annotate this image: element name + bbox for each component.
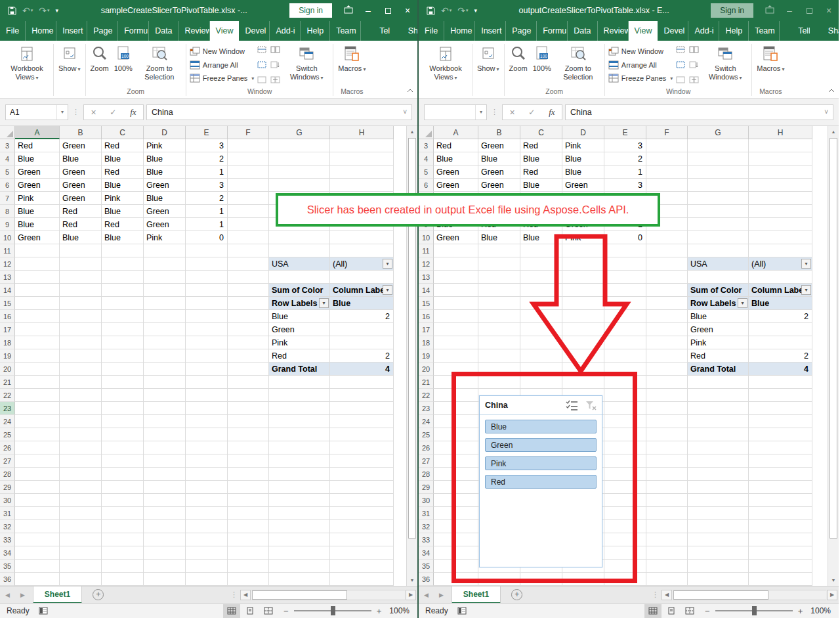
cell-E36[interactable] xyxy=(604,573,646,586)
tab-review[interactable]: Review xyxy=(179,21,210,41)
cell-E10[interactable]: 0 xyxy=(604,231,646,244)
slicer-item-pink[interactable]: Pink xyxy=(485,456,597,470)
row-header-36[interactable]: 36 xyxy=(0,573,15,586)
cell-H23[interactable] xyxy=(330,402,394,415)
cell-D29[interactable] xyxy=(144,481,186,494)
cell-B6[interactable]: Green xyxy=(60,179,102,192)
cell-B24[interactable] xyxy=(60,415,102,428)
cell-A23[interactable] xyxy=(434,402,478,415)
cell-A33[interactable] xyxy=(15,533,60,546)
cell-F18[interactable] xyxy=(646,336,688,349)
cell-E23[interactable] xyxy=(604,402,646,415)
horizontal-scrollbar[interactable]: ◀▶ xyxy=(662,586,837,603)
cell-G25[interactable] xyxy=(688,428,749,441)
cell-H20[interactable]: 4 xyxy=(749,363,812,376)
row-header-14[interactable]: 14 xyxy=(0,284,15,297)
cell-H8[interactable] xyxy=(749,205,812,218)
cell-A35[interactable] xyxy=(434,560,478,573)
cell-C18[interactable] xyxy=(520,336,562,349)
row-header-29[interactable]: 29 xyxy=(419,481,434,494)
enter-icon[interactable]: ✓ xyxy=(528,108,535,117)
zoom-percent[interactable]: 100% xyxy=(810,606,831,615)
row-header-16[interactable]: 16 xyxy=(0,310,15,323)
row-header-28[interactable]: 28 xyxy=(0,468,15,481)
horizontal-scrollbar[interactable]: ◀▶ xyxy=(240,586,416,603)
row-header-6[interactable]: 6 xyxy=(419,179,434,192)
col-header-A[interactable]: A xyxy=(434,126,478,139)
tab-file[interactable]: File xyxy=(0,21,26,41)
zoom-100-button[interactable]: 100 100% xyxy=(530,43,554,87)
cell-G7[interactable] xyxy=(688,192,749,205)
row-header-29[interactable]: 29 xyxy=(0,481,15,494)
cell-H33[interactable] xyxy=(330,533,394,546)
cell-C21[interactable] xyxy=(520,376,562,389)
cell-H29[interactable] xyxy=(749,481,812,494)
cell-F12[interactable] xyxy=(646,257,688,271)
zoom-slider[interactable] xyxy=(715,610,793,611)
cell-H21[interactable] xyxy=(749,376,812,389)
cell-B20[interactable] xyxy=(478,363,520,376)
cell-G28[interactable] xyxy=(269,468,330,481)
cell-B19[interactable] xyxy=(478,349,520,363)
cell-H9[interactable] xyxy=(749,218,812,231)
cell-E19[interactable] xyxy=(186,349,228,363)
cell-G5[interactable] xyxy=(269,166,330,179)
cell-D14[interactable] xyxy=(562,284,604,297)
close-icon[interactable]: × xyxy=(398,0,417,21)
cell-H34[interactable] xyxy=(330,546,394,560)
zoom-slider-thumb[interactable] xyxy=(331,606,335,615)
col-header-E[interactable]: E xyxy=(604,126,646,139)
cell-H30[interactable] xyxy=(330,494,394,507)
cell-B14[interactable] xyxy=(60,284,102,297)
slicer-item-red[interactable]: Red xyxy=(485,475,597,489)
cell-G21[interactable] xyxy=(688,376,749,389)
row-header-33[interactable]: 33 xyxy=(419,533,434,546)
cell-D35[interactable] xyxy=(144,560,186,573)
cell-C33[interactable] xyxy=(102,533,144,546)
cell-C21[interactable] xyxy=(102,376,144,389)
row-header-22[interactable]: 22 xyxy=(419,389,434,402)
cell-D25[interactable] xyxy=(144,428,186,441)
cell-D17[interactable] xyxy=(562,323,604,336)
cell-F31[interactable] xyxy=(646,507,688,520)
cell-B26[interactable] xyxy=(60,441,102,454)
cell-E27[interactable] xyxy=(186,454,228,468)
cell-H3[interactable] xyxy=(749,139,812,152)
cell-A19[interactable] xyxy=(434,349,478,363)
row-header-20[interactable]: 20 xyxy=(419,363,434,376)
cell-B21[interactable] xyxy=(60,376,102,389)
view-side-by-side-icon[interactable] xyxy=(270,46,280,53)
normal-view-button[interactable] xyxy=(644,604,662,618)
cell-H27[interactable] xyxy=(749,454,812,468)
normal-view-button[interactable] xyxy=(223,604,240,618)
cell-D6[interactable]: Green xyxy=(562,179,604,192)
tab-team[interactable]: Team xyxy=(330,21,361,41)
cell-E35[interactable] xyxy=(186,560,228,573)
cell-G3[interactable] xyxy=(269,139,330,152)
cell-H26[interactable] xyxy=(330,441,394,454)
cell-H23[interactable] xyxy=(749,402,812,415)
cell-H7[interactable] xyxy=(749,192,812,205)
cell-B5[interactable]: Green xyxy=(60,166,102,179)
cell-F9[interactable] xyxy=(228,218,269,231)
clear-filter-icon[interactable] xyxy=(585,401,597,410)
cell-E4[interactable]: 2 xyxy=(604,152,646,166)
cell-B12[interactable] xyxy=(60,257,102,271)
cell-A23[interactable] xyxy=(15,402,60,415)
cell-G20[interactable]: Grand Total xyxy=(269,363,330,376)
col-header-B[interactable]: B xyxy=(478,126,520,139)
cell-F36[interactable] xyxy=(228,573,269,586)
cell-D20[interactable] xyxy=(144,363,186,376)
cell-C16[interactable] xyxy=(520,310,562,323)
row-header-15[interactable]: 15 xyxy=(419,297,434,310)
cell-F22[interactable] xyxy=(646,389,688,402)
cell-F30[interactable] xyxy=(646,494,688,507)
tab-devel[interactable]: Devel xyxy=(658,21,688,41)
cell-B28[interactable] xyxy=(60,468,102,481)
slicer-item-green[interactable]: Green xyxy=(485,438,597,452)
tell-me-tab[interactable]: Tell me xyxy=(789,21,810,41)
cell-E7[interactable]: 2 xyxy=(186,192,228,205)
cell-A19[interactable] xyxy=(15,349,60,363)
cell-A13[interactable] xyxy=(434,271,478,284)
cell-H5[interactable] xyxy=(330,166,394,179)
